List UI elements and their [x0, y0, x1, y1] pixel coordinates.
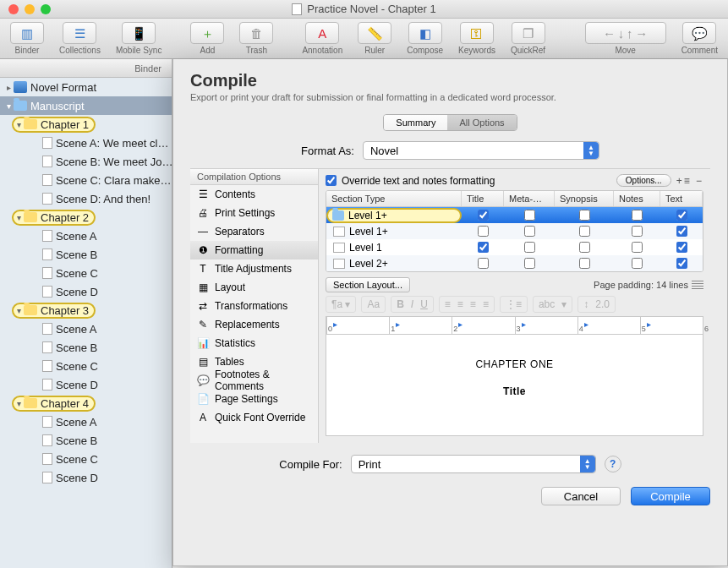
- toolbar-move[interactable]: ← ↓ ↑ → Move: [580, 20, 671, 55]
- section-checkbox[interactable]: [579, 258, 590, 269]
- section-checkbox[interactable]: [632, 226, 643, 237]
- compile-button[interactable]: Compile: [631, 487, 710, 505]
- italic-button[interactable]: I: [411, 298, 413, 310]
- option-statistics[interactable]: 📊Statistics: [190, 334, 318, 352]
- help-button[interactable]: ?: [605, 456, 621, 472]
- options-button[interactable]: Options...: [616, 174, 671, 187]
- tab-stop-icon[interactable]: ▸: [522, 320, 526, 329]
- tree-row[interactable]: ▾Chapter 1: [0, 115, 172, 134]
- underline-button[interactable]: U: [420, 298, 428, 310]
- add-remove-control[interactable]: +≡ −: [676, 175, 703, 187]
- toolbar-compose[interactable]: ◧Compose: [402, 20, 448, 55]
- column-header[interactable]: Notes: [614, 191, 660, 206]
- toolbar-collections[interactable]: ☰Collections: [54, 20, 106, 55]
- tree-row[interactable]: Scene D: [0, 468, 172, 487]
- tree-row[interactable]: Scene B: [0, 431, 172, 450]
- option-page-settings[interactable]: 📄Page Settings: [190, 390, 318, 408]
- toolbar-ruler[interactable]: 📏Ruler: [353, 20, 397, 55]
- toolbar-mobile-sync[interactable]: 📱Mobile Sync: [111, 20, 167, 55]
- column-header[interactable]: Title: [462, 191, 504, 206]
- table-row[interactable]: Level 1+: [326, 223, 703, 239]
- tree-row[interactable]: ▸Novel Format: [0, 78, 172, 96]
- option-transformations[interactable]: ⇄Transformations: [190, 297, 318, 315]
- align-right-button[interactable]: ≡: [470, 298, 476, 310]
- table-row[interactable]: Level 1+: [326, 207, 703, 223]
- paragraph-style-popup[interactable]: ¶a ▾: [326, 296, 356, 313]
- table-row[interactable]: Level 2+: [326, 255, 703, 271]
- toolbar-add[interactable]: ＋Add: [185, 20, 229, 55]
- section-checkbox[interactable]: [579, 226, 590, 237]
- align-left-button[interactable]: ≡: [445, 298, 451, 310]
- toolbar-binder[interactable]: ▥Binder: [5, 20, 49, 55]
- option-footnotes-comments[interactable]: 💬Footnotes & Comments: [190, 371, 318, 390]
- table-row[interactable]: Level 1: [326, 239, 703, 255]
- tree-row[interactable]: Scene D: [0, 282, 172, 301]
- option-contents[interactable]: ☰Contents: [190, 185, 318, 204]
- toolbar-annotation[interactable]: AAnnotation: [297, 20, 348, 55]
- section-checkbox[interactable]: [524, 258, 535, 269]
- option-title-adjustments[interactable]: TTitle Adjustments: [190, 259, 318, 278]
- section-layout-button[interactable]: Section Layout...: [326, 277, 410, 292]
- column-header[interactable]: Synopsis: [555, 191, 614, 206]
- tree-row[interactable]: Scene A: [0, 412, 172, 431]
- tree-row[interactable]: ▾Chapter 2: [0, 208, 172, 227]
- tab-summary[interactable]: Summary: [384, 115, 447, 130]
- section-checkbox[interactable]: [478, 242, 489, 253]
- tab-stop-icon[interactable]: ▸: [333, 320, 337, 329]
- option-separators[interactable]: —Separators: [190, 222, 318, 241]
- tree-row[interactable]: Scene B: [0, 338, 172, 357]
- tree-row[interactable]: Scene A: [0, 227, 172, 245]
- option-formatting[interactable]: ❶Formatting: [190, 241, 318, 259]
- tree-row[interactable]: Scene B: We meet Jo…: [0, 152, 172, 171]
- tree-row[interactable]: ▾Chapter 4: [0, 394, 172, 412]
- line-spacing-field[interactable]: ↕ 2.0: [577, 296, 616, 313]
- column-header[interactable]: Section Type: [326, 191, 462, 206]
- cancel-button[interactable]: Cancel: [541, 487, 621, 505]
- tree-row[interactable]: Scene C: [0, 450, 172, 468]
- format-as-popup[interactable]: Novel ▲▼: [363, 141, 599, 160]
- section-checkbox[interactable]: [632, 258, 643, 269]
- compile-for-popup[interactable]: Print ▲▼: [351, 455, 596, 473]
- tab-stop-icon[interactable]: ▸: [396, 320, 400, 329]
- tab-stop-icon[interactable]: ▸: [584, 320, 588, 329]
- option-layout[interactable]: ▦Layout: [190, 278, 318, 297]
- tree-row[interactable]: Scene C: [0, 264, 172, 282]
- toolbar-comment[interactable]: 💬Comment: [676, 20, 723, 55]
- tree-row[interactable]: ▾Manuscript: [0, 96, 172, 115]
- section-checkbox[interactable]: [676, 242, 687, 253]
- section-checkbox[interactable]: [676, 258, 687, 269]
- section-checkbox[interactable]: [524, 226, 535, 237]
- abc-popup[interactable]: abc ▾: [533, 296, 572, 313]
- binder-tree[interactable]: ▸Novel Format▾Manuscript▾Chapter 1Scene …: [0, 78, 172, 487]
- section-checkbox[interactable]: [579, 242, 590, 253]
- section-checkbox[interactable]: [478, 210, 489, 221]
- section-checkbox[interactable]: [632, 210, 643, 221]
- option-print-settings[interactable]: 🖨Print Settings: [190, 204, 318, 222]
- override-formatting-checkbox[interactable]: [326, 175, 337, 186]
- bold-button[interactable]: B: [397, 298, 404, 310]
- tree-row[interactable]: ▾Chapter 3: [0, 301, 172, 320]
- tab-stop-icon[interactable]: ▸: [458, 320, 463, 329]
- tree-row[interactable]: Scene D: [0, 375, 172, 394]
- text-ruler[interactable]: 0▸1▸2▸3▸4▸5▸6: [326, 316, 703, 335]
- align-justify-button[interactable]: ≡: [483, 298, 489, 310]
- option-replacements[interactable]: ✎Replacements: [190, 315, 318, 334]
- font-picker[interactable]: Aa: [367, 298, 380, 310]
- section-checkbox[interactable]: [632, 242, 643, 253]
- tree-row[interactable]: Scene C: Clara make…: [0, 171, 172, 189]
- tab-all-options[interactable]: All Options: [447, 115, 516, 130]
- tab-stop-icon[interactable]: ▸: [647, 320, 651, 329]
- toolbar-keywords[interactable]: ⚿Keywords: [453, 20, 501, 55]
- toolbar-quickref[interactable]: ❐QuickRef: [506, 20, 550, 55]
- tree-row[interactable]: Scene A: We meet cl…: [0, 134, 172, 152]
- list-style-popup[interactable]: ⋮≡: [500, 296, 528, 313]
- column-header[interactable]: Meta-…: [504, 191, 555, 206]
- column-header[interactable]: Text: [660, 191, 703, 206]
- section-checkbox[interactable]: [676, 210, 687, 221]
- tree-row[interactable]: Scene D: And then!: [0, 189, 172, 208]
- section-checkbox[interactable]: [524, 210, 535, 221]
- toolbar-trash[interactable]: 🗑Trash: [234, 20, 278, 55]
- tree-row[interactable]: Scene B: [0, 245, 172, 264]
- section-checkbox[interactable]: [676, 226, 687, 237]
- section-checkbox[interactable]: [524, 242, 535, 253]
